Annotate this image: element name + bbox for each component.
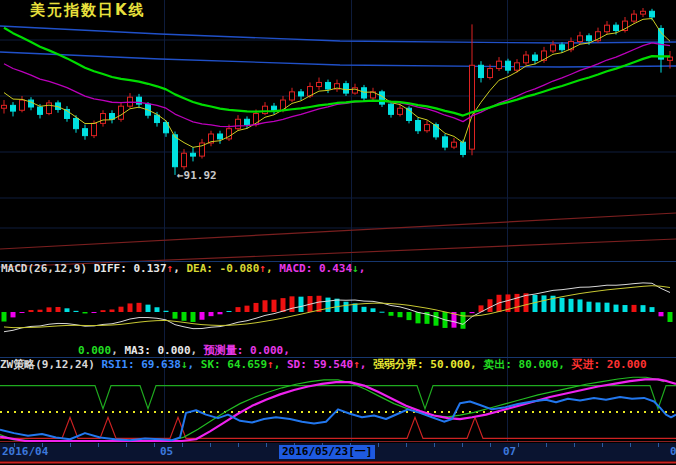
macd-bar: [236, 307, 241, 312]
axis-tick: [154, 443, 155, 447]
macd-bar: [596, 302, 601, 312]
candle: [398, 108, 403, 114]
candle: [263, 106, 268, 113]
candle: [362, 88, 367, 98]
macd-bar: [362, 307, 367, 312]
macd-bar: [245, 306, 250, 312]
readout-segment: SD: 59.540: [287, 358, 353, 371]
readout-segment: ,: [283, 344, 290, 357]
candle: [299, 92, 304, 96]
candle: [20, 100, 25, 110]
readout-segment: ↑: [259, 262, 266, 275]
candle: [461, 142, 466, 154]
macd-bar: [47, 307, 52, 312]
chart-canvas[interactable]: ←91.92: [0, 0, 676, 465]
macd-bar: [155, 307, 160, 312]
axis-tick: [406, 443, 407, 447]
macd-bar: [650, 307, 655, 312]
candle: [344, 84, 349, 93]
axis-tick: [378, 443, 379, 447]
candle: [47, 103, 52, 114]
axis-tick: [546, 443, 547, 447]
candle: [560, 45, 565, 50]
candle: [173, 135, 178, 167]
macd-bar: [326, 298, 331, 312]
readout-segment: 预测量: 0.000: [204, 344, 283, 357]
axis-tick: [574, 443, 575, 447]
candle: [524, 55, 529, 63]
axis-tick: [126, 443, 127, 447]
buy-20-line: [0, 417, 676, 438]
macd-bar: [20, 312, 25, 313]
readout-segment: 买进: 20.000: [572, 358, 647, 371]
candle: [641, 11, 646, 14]
macd-bar: [128, 303, 133, 312]
sell-80-line: [0, 386, 676, 409]
candle: [578, 36, 583, 42]
macd-bar: [146, 305, 151, 312]
readout-segment: ,: [188, 358, 201, 371]
candle: [272, 106, 277, 110]
readout-segment: MA3: 0.000: [124, 344, 190, 357]
candle: [83, 129, 88, 136]
candle: [614, 25, 619, 30]
macd-bar: [416, 312, 421, 323]
candle: [290, 92, 295, 100]
readout-segment: RSI1: 69.638: [101, 358, 180, 371]
readout-segment: MACD(26,12,9): [1, 262, 94, 275]
candle: [218, 134, 223, 139]
macd-bar: [83, 312, 88, 313]
candle: [389, 104, 394, 114]
candle: [353, 88, 358, 93]
readout-segment: ,: [191, 344, 204, 357]
readout-segment: 卖出: 80.000: [483, 358, 558, 371]
readout-segment: ,: [470, 358, 483, 371]
axis-tick: [490, 443, 491, 447]
zw-strategy-readout: ZW策略(9,12,24) RSI1: 69.638↓, SK: 64.659↑…: [0, 359, 647, 371]
macd-bar: [164, 311, 169, 312]
candle: [155, 115, 160, 122]
macd-bar: [398, 312, 403, 317]
candle: [425, 125, 430, 131]
axis-tick: [238, 443, 239, 447]
candle: [506, 61, 511, 70]
axis-tick: [462, 443, 463, 447]
macd-bar: [101, 310, 106, 312]
readout-segment: 0.000: [78, 344, 111, 357]
candle: [236, 119, 241, 128]
macd-bar: [488, 299, 493, 312]
readout-segment: ,: [558, 358, 571, 371]
price-low-annotation: ←91.92: [177, 169, 217, 182]
macd-bar: [407, 312, 412, 320]
candle: [38, 107, 43, 114]
macd-bar: [227, 311, 232, 312]
readout-segment: ,: [266, 262, 279, 275]
date-axis[interactable]: 2016/04052016/05/23[一]070: [0, 443, 676, 461]
readout-segment: ZW策略(9,12,24): [0, 358, 101, 371]
macd-bar: [515, 294, 520, 312]
candle: [92, 123, 97, 135]
axis-tick: [70, 443, 71, 447]
axis-tick: [602, 443, 603, 447]
candle: [479, 65, 484, 77]
macd-bar: [371, 308, 376, 312]
macd-bar: [281, 298, 286, 312]
candle: [74, 118, 79, 128]
macd-bar: [254, 303, 259, 312]
macd-bar: [56, 307, 61, 312]
candle: [587, 36, 592, 41]
macd-bar: [209, 312, 214, 316]
candle: [119, 106, 124, 119]
macd-bar: [542, 295, 547, 312]
zw-values-readout: 0.000, MA3: 0.000, 预测量: 0.000,: [78, 345, 290, 357]
readout-segment: ↓: [181, 358, 188, 371]
readout-segment: ,: [173, 262, 186, 275]
axis-tick: [210, 443, 211, 447]
macd-bar: [2, 312, 7, 322]
macd-readout: MACD(26,12,9) DIFF: 0.137↑, DEA: -0.080↑…: [1, 263, 365, 275]
readout-segment: ↑: [267, 358, 274, 371]
candle: [497, 61, 502, 68]
macd-bar: [389, 312, 394, 316]
candle: [2, 105, 7, 108]
axis-tick: [434, 443, 435, 447]
